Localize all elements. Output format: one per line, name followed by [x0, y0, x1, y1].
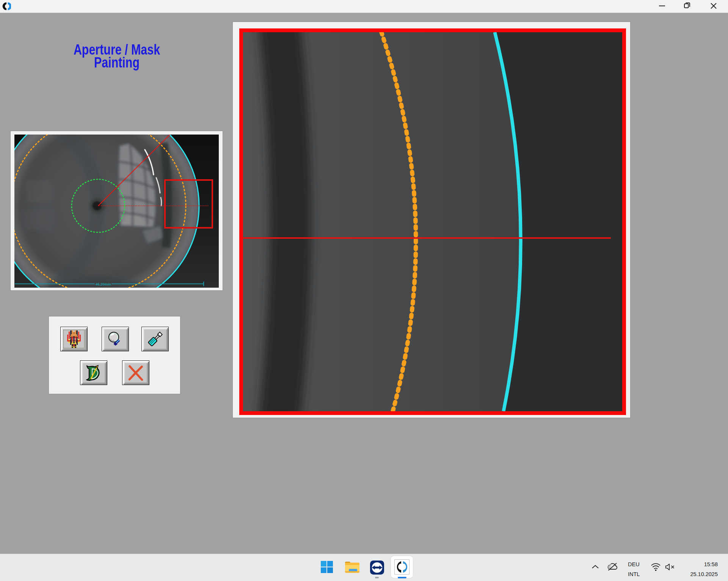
svg-text:46.20mm: 46.20mm	[96, 282, 111, 286]
